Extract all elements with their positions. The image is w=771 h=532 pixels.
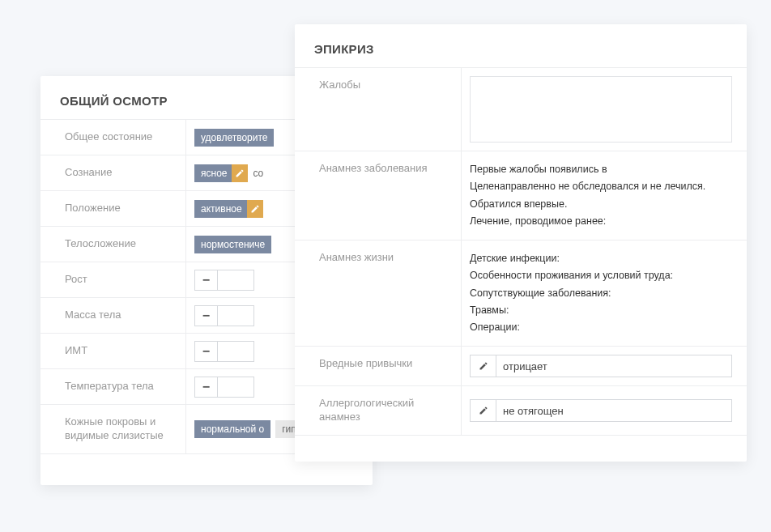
life-line-1: Детские инфекции: bbox=[470, 250, 735, 267]
disease-line-2: Целенаправленно не обследовался и не леч… bbox=[470, 178, 735, 195]
tag-skin-color[interactable]: нормальной о bbox=[194, 420, 270, 438]
epicrisis-title: ЭПИКРИЗ bbox=[295, 42, 747, 67]
temperature-input[interactable] bbox=[218, 377, 253, 397]
label-position: Положение bbox=[40, 191, 186, 226]
pencil-icon bbox=[479, 361, 488, 371]
trailing-consciousness: со bbox=[253, 168, 263, 179]
label-skin: Кожные покровы и видимые слизистые bbox=[40, 405, 186, 453]
label-consciousness: Сознание bbox=[40, 155, 186, 190]
bmi-stepper: − bbox=[194, 341, 254, 362]
value-life-history[interactable]: Детские инфекции: Особенности проживания… bbox=[462, 240, 747, 346]
bad-habits-field bbox=[470, 355, 732, 377]
row-life-history: Анамнез жизни Детские инфекции: Особенно… bbox=[295, 240, 747, 346]
label-bmi: ИМТ bbox=[40, 334, 186, 368]
life-line-2: Особенности проживания и условий труда: bbox=[470, 267, 735, 284]
tag-body-type[interactable]: нормостениче bbox=[194, 236, 271, 253]
row-complaints: Жалобы bbox=[295, 67, 747, 151]
bad-habits-input[interactable] bbox=[496, 355, 731, 377]
label-temperature: Температура тела bbox=[40, 369, 186, 404]
life-line-3: Сопутствующие заболевания: bbox=[470, 285, 735, 302]
label-body-type: Телосложение bbox=[40, 227, 186, 262]
allergies-field bbox=[470, 399, 732, 422]
tag-position[interactable]: активное bbox=[194, 200, 263, 218]
label-general-state: Общее состояние bbox=[40, 120, 186, 155]
temperature-minus-button[interactable]: − bbox=[195, 377, 218, 397]
pencil-icon bbox=[235, 168, 245, 178]
tag-general-state[interactable]: удовлетворите bbox=[194, 129, 274, 147]
bmi-minus-button[interactable]: − bbox=[195, 342, 218, 361]
weight-input[interactable] bbox=[218, 306, 253, 326]
temperature-stepper: − bbox=[194, 377, 254, 398]
weight-minus-button[interactable]: − bbox=[195, 306, 218, 326]
label-height: Рост bbox=[40, 262, 186, 297]
label-life-history: Анамнез жизни bbox=[295, 240, 462, 346]
complaints-textarea[interactable] bbox=[470, 76, 732, 143]
edit-consciousness-button[interactable] bbox=[232, 164, 248, 182]
pencil-icon bbox=[250, 204, 260, 214]
life-line-4: Травмы: bbox=[470, 302, 735, 319]
height-minus-button[interactable]: − bbox=[195, 270, 218, 290]
label-disease-history: Анамнез заболевания bbox=[295, 151, 462, 240]
allergies-input[interactable] bbox=[496, 400, 731, 421]
value-complaints bbox=[462, 68, 747, 151]
tag-consciousness-text: ясное bbox=[201, 168, 227, 179]
edit-position-button[interactable] bbox=[247, 200, 263, 218]
disease-line-3: Обратился впервые. bbox=[470, 196, 735, 213]
edit-allergies-button[interactable] bbox=[471, 400, 496, 421]
row-bad-habits: Вредные привычки bbox=[295, 346, 747, 385]
value-bad-habits bbox=[462, 347, 747, 385]
bmi-input[interactable] bbox=[218, 342, 253, 361]
label-bad-habits: Вредные привычки bbox=[295, 347, 462, 385]
pencil-icon bbox=[479, 406, 488, 415]
weight-stepper: − bbox=[194, 305, 254, 326]
label-allergies: Аллергологический анамнез bbox=[295, 386, 462, 435]
life-line-5: Операции: bbox=[470, 319, 735, 336]
tag-consciousness[interactable]: ясное bbox=[194, 164, 248, 182]
value-allergies bbox=[462, 386, 747, 435]
disease-line-1: Первые жалобы появились в bbox=[470, 161, 735, 178]
height-stepper: − bbox=[194, 270, 254, 291]
value-disease-history[interactable]: Первые жалобы появились в Целенаправленн… bbox=[462, 151, 747, 240]
edit-bad-habits-button[interactable] bbox=[471, 355, 496, 377]
label-complaints: Жалобы bbox=[295, 68, 462, 151]
label-weight: Масса тела bbox=[40, 298, 186, 333]
epicrisis-card: ЭПИКРИЗ Жалобы Анамнез заболевания Первы… bbox=[295, 24, 747, 462]
row-allergies: Аллергологический анамнез bbox=[295, 385, 747, 436]
tag-position-text: активное bbox=[201, 203, 242, 215]
row-disease-history: Анамнез заболевания Первые жалобы появил… bbox=[295, 151, 747, 240]
height-input[interactable] bbox=[218, 270, 253, 290]
disease-line-4: Лечение, проводимое ранее: bbox=[470, 213, 735, 230]
